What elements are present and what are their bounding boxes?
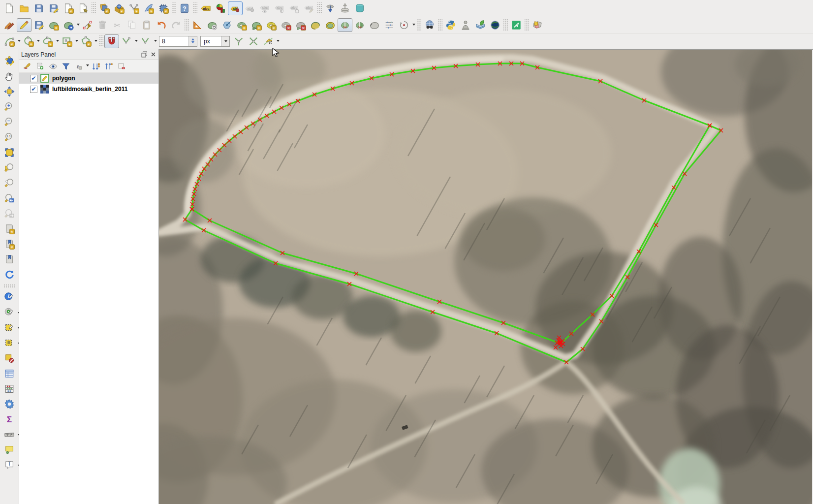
zoom-last-icon[interactable] [2, 191, 17, 205]
save-project-icon[interactable] [31, 1, 46, 15]
filter-expression-dropdown[interactable] [85, 61, 90, 72]
collapse-all-icon[interactable] [102, 61, 115, 72]
reshape-features-icon[interactable] [308, 18, 323, 32]
layer-visibility-checkbox[interactable]: ✔ [30, 75, 37, 82]
composer-manager-icon[interactable] [76, 1, 91, 15]
pan-map-icon[interactable] [2, 69, 17, 83]
regular-polygon-icon[interactable]: ✳ [79, 34, 94, 48]
new-project-icon[interactable] [2, 1, 17, 15]
quickmapservices-icon[interactable] [473, 18, 488, 32]
layer-visibility-checkbox[interactable]: ✔ [30, 86, 37, 93]
offset-curve-icon[interactable] [323, 18, 338, 32]
rectangle-icon[interactable]: ✳ [60, 34, 74, 48]
filter-legend-icon[interactable] [60, 61, 72, 72]
new-spatialite-layer-icon[interactable]: ✳ [156, 1, 171, 15]
classification-plugin-icon[interactable] [509, 18, 524, 32]
rectangle-dropdown[interactable] [74, 35, 79, 48]
save-layer-edits-icon[interactable] [31, 18, 46, 32]
enable-snapping-icon[interactable] [104, 34, 119, 48]
run-feature-action-icon[interactable] [2, 306, 17, 319]
touch-zoom-pan-icon[interactable] [2, 54, 17, 68]
delete-ring-icon[interactable]: ✕ [279, 18, 293, 32]
refresh-icon[interactable] [2, 268, 17, 282]
cad-tools-icon[interactable] [190, 18, 205, 32]
snap-intersections-icon[interactable] [246, 34, 261, 48]
move-feature-dropdown[interactable] [76, 19, 80, 32]
fill-ring-icon[interactable]: ✳ [264, 18, 279, 32]
enable-tracing-icon[interactable] [261, 34, 276, 48]
float-panel-icon[interactable] [141, 51, 148, 58]
layer-item-polygon[interactable]: ✔polygon [19, 73, 158, 84]
save-project-as-icon[interactable] [46, 1, 61, 15]
combobox-arrow[interactable] [221, 36, 229, 46]
delete-part-icon[interactable]: ✕ [293, 18, 308, 32]
regular-polygon-dropdown[interactable] [94, 35, 98, 48]
diagram-options-icon[interactable] [213, 1, 228, 15]
add-ring-icon[interactable]: ✳ [234, 18, 249, 32]
snap-units-combobox[interactable]: px [200, 36, 230, 47]
expand-all-icon[interactable] [90, 61, 102, 72]
open-project-icon[interactable] [17, 1, 31, 15]
identify-icon[interactable]: i [2, 290, 17, 304]
new-composer-icon[interactable]: ✳ [61, 1, 76, 15]
show-bookmarks-icon[interactable]: ✳ [2, 237, 17, 251]
ellipse-dropdown[interactable] [55, 35, 60, 48]
new-shapefile-layer-icon[interactable]: ✳ [141, 1, 156, 15]
merge-features-icon[interactable] [367, 18, 382, 32]
remove-layer-icon[interactable] [115, 61, 128, 72]
circular-arc-dropdown[interactable] [17, 35, 21, 48]
processing-icon[interactable] [2, 397, 17, 411]
add-feature-icon[interactable]: ✳ [46, 18, 61, 32]
zoom-full-icon[interactable] [2, 146, 17, 159]
move-feature-icon[interactable] [61, 18, 76, 32]
circular-arc-icon[interactable]: ✳ [2, 34, 17, 48]
filter-expression-icon[interactable]: ε [72, 61, 85, 72]
spinbox-arrows[interactable] [188, 36, 197, 46]
db-import-icon[interactable] [323, 1, 338, 15]
text-annotation-icon[interactable]: T [2, 458, 17, 472]
zoom-to-layer-icon[interactable] [2, 176, 17, 190]
merge-attributes-icon[interactable] [382, 18, 397, 32]
db-export-icon[interactable] [338, 1, 352, 15]
measure-icon[interactable] [2, 428, 17, 441]
layer-name[interactable]: luftbildmosaik_berlin_2011 [52, 86, 127, 93]
split-parts-icon[interactable]: ✂ [352, 18, 367, 32]
attribute-table-icon[interactable] [2, 367, 17, 380]
zoom-native-icon[interactable]: 1:1 [2, 130, 17, 144]
metasearch-icon[interactable] [422, 18, 437, 32]
map-tips-icon[interactable] [2, 443, 17, 457]
zoom-to-selection-icon[interactable] [2, 161, 17, 175]
undo-icon[interactable] [154, 18, 169, 32]
add-delimited-text-layer-icon[interactable]: ✳ [126, 1, 141, 15]
snapping-type-dropdown[interactable] [153, 35, 157, 48]
select-features-icon[interactable] [2, 321, 17, 335]
layer-item-luftbildmosaik_berlin_2011[interactable]: ✔luftbildmosaik_berlin_2011 [19, 84, 158, 94]
snap-tolerance-spinbox[interactable]: 8 [159, 36, 197, 47]
bookmark-icon[interactable] [2, 252, 17, 266]
map-canvas[interactable] [159, 49, 813, 504]
current-edits-icon[interactable] [2, 18, 17, 32]
topological-editing-icon[interactable] [231, 34, 246, 48]
zoom-in-icon[interactable]: + [2, 100, 17, 114]
labeling-options-icon[interactable]: abc [198, 1, 213, 15]
simplify-feature-icon[interactable] [219, 18, 234, 32]
circle-icon[interactable]: ✳ [21, 34, 36, 48]
rotate-feature-icon[interactable] [205, 18, 219, 32]
zoom-out-icon[interactable]: − [2, 115, 17, 129]
plugin-installer-icon[interactable] [458, 18, 473, 32]
pin-labels-icon[interactable]: ab [228, 1, 243, 15]
snapping-mode-icon[interactable] [119, 34, 134, 48]
toggle-editing-icon[interactable] [17, 18, 31, 32]
deselect-features-icon[interactable] [2, 351, 17, 365]
statistics-icon[interactable]: Σ [2, 412, 17, 426]
close-panel-icon[interactable] [150, 51, 156, 58]
manage-themes-icon[interactable] [47, 61, 60, 72]
split-features-icon[interactable]: ✂ [338, 18, 352, 32]
python-console-icon[interactable] [443, 18, 458, 32]
new-bookmark-icon[interactable]: ✳ [2, 222, 17, 236]
clipper-plugin-icon[interactable] [530, 18, 545, 32]
pan-to-selection-icon[interactable] [2, 85, 17, 98]
openlayers-icon[interactable] [488, 18, 502, 32]
add-part-icon[interactable]: ✳ [249, 18, 264, 32]
add-group-icon[interactable] [34, 61, 47, 72]
